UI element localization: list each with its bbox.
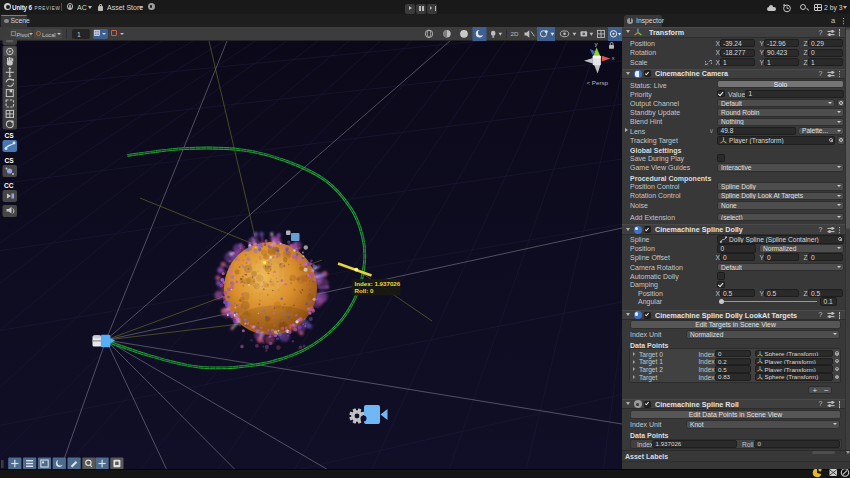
svg-text:y: y [595, 41, 598, 47]
svg-text:CS: CS [5, 157, 15, 164]
svg-text:x: x [612, 55, 615, 61]
svg-text:Roll: 0: Roll: 0 [355, 287, 374, 294]
svg-text:2D: 2D [511, 30, 519, 37]
svg-text:< Persp: < Persp [587, 79, 609, 86]
svg-text:CC: CC [4, 182, 14, 189]
svg-text:Index: 1.937026: Index: 1.937026 [355, 280, 401, 287]
svg-text:CS: CS [5, 132, 15, 139]
